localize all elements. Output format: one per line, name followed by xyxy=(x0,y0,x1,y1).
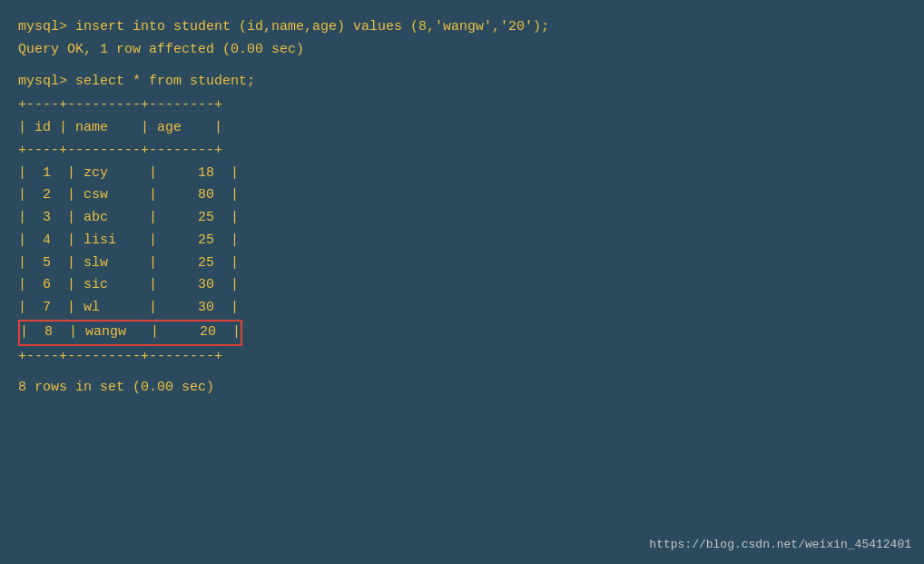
table-sep-bottom: +----+---------+--------+ xyxy=(18,346,906,369)
query-ok-message: Query OK, 1 row affected (0.00 sec) xyxy=(18,39,906,62)
table-row: | 6 | sic | 30 | xyxy=(18,274,906,297)
table-sep-top: +----+---------+--------+ xyxy=(18,94,906,117)
table-header: | id | name | age | xyxy=(18,117,906,140)
table-row: | 7 | wl | 30 | xyxy=(18,297,906,320)
table-row-highlighted: | 8 | wangw | 20 | xyxy=(18,320,242,346)
row-count: 8 rows in set (0.00 sec) xyxy=(18,377,906,400)
terminal-output: mysql> insert into student (id,name,age)… xyxy=(18,16,906,400)
table-row: | 1 | zcy | 18 | xyxy=(18,163,906,185)
insert-command: mysql> insert into student (id,name,age)… xyxy=(18,16,906,39)
table-row: | 3 | abc | 25 | xyxy=(18,207,906,230)
table-row: | 2 | csw | 80 | xyxy=(18,184,906,207)
table-sep-header: +----+---------+--------+ xyxy=(18,140,906,163)
watermark-text: https://blog.csdn.net/weixin_45412401 xyxy=(649,538,911,551)
select-command: mysql> select * from student; xyxy=(18,71,906,94)
table-row: | 5 | slw | 25 | xyxy=(18,252,906,275)
table-row-highlight-text: | 8 | wangw | 20 | xyxy=(20,324,241,340)
table-output: +----+---------+--------+ | id | name | … xyxy=(18,94,906,368)
table-row: | 4 | lisi | 25 | xyxy=(18,230,906,252)
